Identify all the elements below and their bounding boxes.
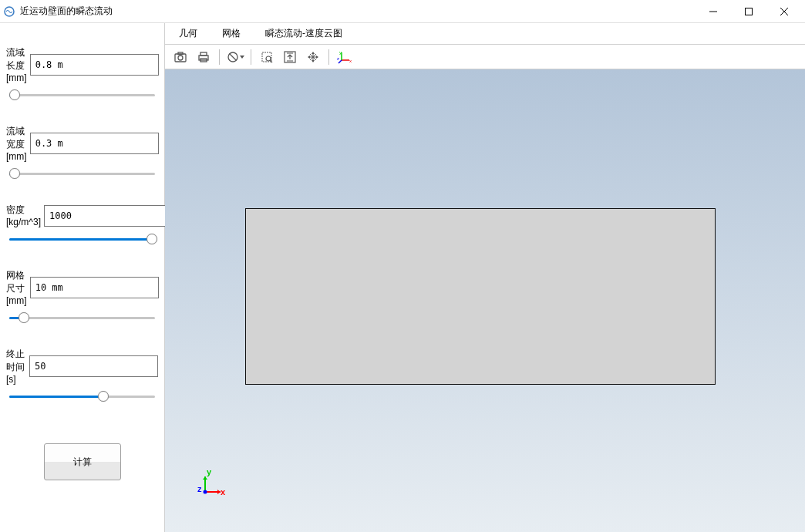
tab-bar: 几何 网格 瞬态流动-速度云图 <box>165 23 805 45</box>
mesh-size-slider[interactable] <box>6 311 158 326</box>
domain-length-slider[interactable] <box>6 88 158 103</box>
titlebar: 近运动壁面的瞬态流动 <box>0 0 805 23</box>
param-domain-length: 流域长度[mm] <box>6 46 158 83</box>
viewport-3d[interactable]: x y z <box>165 69 805 532</box>
domain-width-slider[interactable] <box>6 167 158 182</box>
toolbar-separator <box>251 49 251 65</box>
geometry-domain-rect <box>245 208 716 385</box>
param-domain-width: 流域宽度[mm] <box>6 125 158 162</box>
toolbar-separator <box>328 49 329 65</box>
minimize-button[interactable] <box>696 0 731 23</box>
param-mesh-size: 网格尺寸[mm] <box>6 269 158 306</box>
svg-rect-9 <box>200 52 207 56</box>
tab-transient-velocity[interactable]: 瞬态流动-速度云图 <box>253 23 355 44</box>
close-button[interactable] <box>766 0 802 23</box>
tab-geometry[interactable]: 几何 <box>167 23 210 44</box>
domain-width-input[interactable] <box>30 133 159 154</box>
svg-text:z: z <box>337 56 339 61</box>
maximize-button[interactable] <box>731 0 766 23</box>
camera-icon[interactable] <box>170 47 191 67</box>
svg-rect-7 <box>178 52 183 55</box>
param-density: 密度[kg/m^3] <box>6 204 158 227</box>
svg-point-29 <box>204 490 207 494</box>
mesh-size-input[interactable] <box>30 277 159 298</box>
toolbar: xyz <box>165 45 805 69</box>
window-controls <box>696 0 802 23</box>
tab-mesh[interactable]: 网格 <box>210 23 253 44</box>
svg-point-6 <box>178 56 183 60</box>
expand-icon[interactable] <box>302 47 324 67</box>
param-label: 网格尺寸[mm] <box>6 269 30 306</box>
axis-orientation-icon[interactable]: xyz <box>334 47 355 67</box>
end-time-slider[interactable] <box>6 389 158 405</box>
svg-text:x: x <box>349 59 352 63</box>
print-icon[interactable] <box>193 47 214 67</box>
param-label: 终止时间[s] <box>6 348 29 385</box>
svg-marker-28 <box>203 476 207 480</box>
calculate-button[interactable]: 计算 <box>44 443 121 480</box>
toolbar-separator <box>219 49 220 65</box>
param-label: 流域长度[mm] <box>6 46 30 83</box>
svg-line-12 <box>230 53 237 60</box>
svg-rect-2 <box>746 8 753 15</box>
zoom-select-icon[interactable] <box>256 47 278 67</box>
settings-dropdown-icon[interactable] <box>224 47 246 67</box>
density-input[interactable] <box>44 205 173 227</box>
svg-text:y: y <box>339 50 342 55</box>
parameters-panel: 流域长度[mm] 流域宽度[mm] 密度[kg/m^3] 网格尺寸[m <box>0 23 165 532</box>
domain-length-input[interactable] <box>30 54 159 76</box>
fit-view-icon[interactable] <box>279 47 301 67</box>
param-end-time: 终止时间[s] <box>6 348 158 385</box>
density-slider[interactable] <box>6 232 158 247</box>
axis-triad: x y z <box>196 470 227 501</box>
end-time-input[interactable] <box>29 355 158 377</box>
window-title: 近运动壁面的瞬态流动 <box>20 5 696 18</box>
axis-x-label: x <box>221 487 225 497</box>
app-icon <box>3 5 15 18</box>
param-label: 流域宽度[mm] <box>6 125 30 162</box>
axis-y-label: y <box>207 467 211 476</box>
content-area: 几何 网格 瞬态流动-速度云图 <box>165 23 805 532</box>
param-label: 密度[kg/m^3] <box>6 204 44 227</box>
axis-z-label: z <box>197 484 202 493</box>
